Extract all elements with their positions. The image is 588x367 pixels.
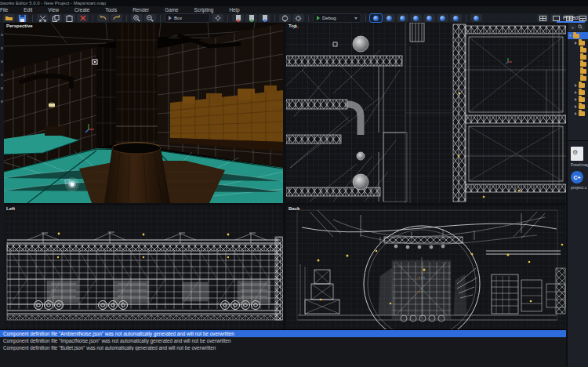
folder-icon: [580, 55, 586, 60]
copy-button[interactable]: [50, 14, 62, 22]
tree-row[interactable]: [568, 110, 588, 117]
redo-icon: [113, 15, 120, 21]
file-label: FreeImage: [571, 162, 588, 167]
run-mode-value: Debug: [322, 16, 336, 20]
folder-icon: [573, 34, 579, 38]
entity-sphere-button-5[interactable]: [423, 14, 435, 22]
viewport-back[interactable]: Back: [286, 205, 566, 329]
folder-icon: [580, 62, 586, 67]
undo-button[interactable]: [97, 14, 109, 22]
project-panel: + FreeImage C+ project.c: [567, 23, 588, 367]
primitive-dropdown-value: Box: [174, 16, 182, 20]
open-button[interactable]: [3, 14, 15, 22]
console-message[interactable]: Component definition file "ImpactNoise.j…: [0, 337, 566, 344]
viewport-top[interactable]: Top: [286, 23, 566, 203]
play-icon: [317, 16, 320, 20]
material-red-button[interactable]: [232, 14, 244, 22]
entity-sphere-button-8[interactable]: [470, 14, 482, 22]
tree-row[interactable]: [568, 46, 588, 53]
menu-file[interactable]: File: [0, 7, 16, 13]
menu-view[interactable]: View: [40, 7, 67, 13]
menu-game[interactable]: Game: [157, 7, 186, 13]
tree-row[interactable]: [568, 103, 588, 110]
expander-icon[interactable]: [575, 98, 577, 101]
console-panel: Component definition file "AmbientNoise.…: [0, 329, 566, 351]
undo-icon: [100, 15, 107, 21]
expander-icon[interactable]: [569, 35, 572, 37]
window-title: adworks Editor 5.0.0 - New Project - Map…: [0, 0, 106, 6]
expander-icon[interactable]: [575, 112, 577, 115]
entity-sphere-button-1[interactable]: [370, 14, 382, 22]
folder-icon: [579, 104, 585, 109]
tree-row[interactable]: [568, 74, 588, 82]
sphere-icon: [440, 16, 445, 21]
save-button[interactable]: [16, 14, 28, 22]
entity-sphere-button-4[interactable]: [410, 14, 422, 22]
rotate-tool-button[interactable]: [279, 14, 291, 22]
entity-sphere-button-6[interactable]: [437, 14, 448, 22]
expander-icon[interactable]: [575, 105, 577, 108]
chevron-down-icon: [354, 17, 358, 20]
back-wireframe-scene: [286, 205, 566, 329]
layout-quad-button[interactable]: [537, 14, 549, 22]
tree-row-root[interactable]: [568, 32, 588, 39]
folder-icon: [579, 90, 585, 95]
entity-sphere-button-2[interactable]: [383, 14, 395, 22]
material-green-icon: [249, 15, 255, 22]
tree-row[interactable]: [568, 53, 588, 60]
tree-row[interactable]: [568, 89, 588, 96]
settings-button[interactable]: [292, 14, 304, 22]
material-red-icon: [235, 15, 241, 22]
menu-bar: File Edit View Create Tools Render Game …: [0, 6, 588, 13]
editor-window: adworks Editor 5.0.0 - New Project - Map…: [0, 0, 588, 367]
sphere-icon: [373, 16, 379, 21]
menu-edit[interactable]: Edit: [16, 7, 40, 13]
sphere-icon: [474, 16, 479, 21]
tab-project[interactable]: Project: [557, 13, 585, 23]
expander-icon[interactable]: [575, 91, 577, 94]
zoom-out-icon: [147, 15, 154, 22]
file-item-project-cpp[interactable]: C+ project.c: [568, 169, 588, 191]
primitive-settings-button[interactable]: [212, 14, 223, 22]
primitive-dropdown[interactable]: Box: [165, 13, 210, 23]
paste-button[interactable]: [64, 14, 75, 22]
menu-help[interactable]: Help: [221, 7, 247, 13]
menu-create[interactable]: Create: [67, 7, 97, 13]
expander-icon[interactable]: [575, 42, 577, 45]
title-bar: adworks Editor 5.0.0 - New Project - Map…: [0, 0, 588, 6]
viewport-perspective[interactable]: Perspective: [4, 23, 283, 203]
add-button[interactable]: +: [569, 24, 576, 31]
run-debug-dropdown[interactable]: Debug: [313, 13, 361, 23]
expander-icon[interactable]: [575, 84, 577, 87]
menu-scripting[interactable]: Scripting: [187, 7, 222, 13]
copy-icon: [53, 15, 60, 22]
menu-tools[interactable]: Tools: [97, 7, 125, 13]
delete-button[interactable]: [77, 14, 89, 22]
menu-render[interactable]: Render: [125, 7, 157, 13]
zoom-out-button[interactable]: [144, 14, 156, 22]
tree-row[interactable]: [568, 67, 588, 74]
file-item-freeimage[interactable]: FreeImage: [568, 144, 588, 169]
tree-row[interactable]: [568, 39, 588, 46]
viewport-left-label: Left: [6, 206, 15, 211]
folder-icon: [580, 76, 586, 81]
tree-row[interactable]: [568, 60, 588, 67]
tab-project-label: Project: [563, 15, 579, 20]
file-label: project.c: [571, 185, 586, 190]
console-message[interactable]: Component definition file "AmbientNoise.…: [0, 330, 566, 337]
tree-row[interactable]: [568, 96, 588, 103]
sphere-icon: [413, 16, 419, 21]
zoom-in-icon: [133, 15, 140, 22]
material-blue-button[interactable]: [259, 14, 270, 22]
perspective-3d-scene: [4, 23, 283, 203]
entity-sphere-button-7[interactable]: [450, 14, 462, 22]
entity-sphere-button-3[interactable]: [397, 14, 408, 22]
search-icon[interactable]: [578, 24, 585, 31]
viewport-left[interactable]: Left: [4, 205, 283, 329]
tree-row[interactable]: [568, 82, 588, 89]
zoom-in-button[interactable]: [131, 14, 143, 22]
primitive-settings-icon: [215, 15, 221, 21]
material-green-button[interactable]: [245, 14, 257, 22]
cut-button[interactable]: [37, 14, 49, 22]
redo-button[interactable]: [111, 14, 122, 22]
